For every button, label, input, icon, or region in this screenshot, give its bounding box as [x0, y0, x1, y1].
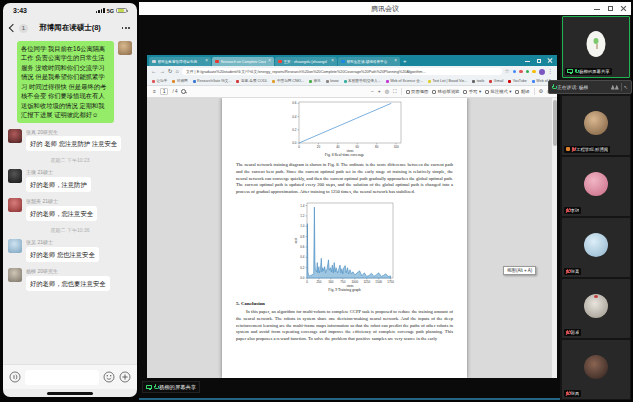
- participant-name: 李玥: [571, 208, 580, 213]
- extension-icon[interactable]: [526, 70, 530, 74]
- bookmark-item[interactable]: YouTube: [508, 79, 527, 83]
- pdf-toolbar: ≡ 1 / 4 − + ◎ ⛶ 页面视图 移动版浏览 手写▾: [147, 86, 557, 98]
- new-tab-icon[interactable]: +: [403, 57, 407, 66]
- participant-name: 郭卓: [571, 330, 580, 335]
- bookmark-item[interactable]: 百度-免费 CODL: [236, 79, 267, 83]
- browser-minimize-icon[interactable]: [525, 58, 530, 63]
- extension-icon[interactable]: [519, 70, 523, 74]
- avatar[interactable]: [8, 129, 22, 143]
- bookmark-favicon: [236, 80, 239, 83]
- tab-close-icon[interactable]: ×: [268, 59, 271, 64]
- message-input[interactable]: [25, 370, 99, 385]
- translate-tool[interactable]: 翻译: [515, 89, 529, 94]
- fullscreen-icon[interactable]: ⛶: [393, 89, 397, 94]
- page-view-tool[interactable]: 页面视图: [406, 89, 429, 94]
- voice-icon[interactable]: [9, 371, 21, 383]
- browser-tab-active[interactable]: Research on Complete Coverag ×: [212, 57, 274, 66]
- emoji-icon[interactable]: [103, 371, 115, 383]
- pdf-document-area[interactable]: 0204060801000.00.20.40.6steps Fig. 8 Rea…: [147, 98, 557, 378]
- minimize-icon[interactable]: [594, 6, 600, 12]
- extension-icon[interactable]: [513, 70, 517, 74]
- bookmark-item[interactable]: know: [326, 79, 339, 83]
- participant-tile[interactable]: 张真: [562, 218, 630, 277]
- bookmark-item[interactable]: 让知乎: [152, 79, 167, 83]
- speaking-label: 正在讲话: 杨柳: [557, 84, 588, 90]
- participant-tile[interactable]: 郭卓: [562, 279, 630, 338]
- profile-avatar[interactable]: [539, 69, 545, 75]
- speaking-indicator-bar[interactable]: 正在讲话: 杨柳 ↖: [548, 80, 632, 94]
- refresh-icon[interactable]: ↻: [168, 69, 173, 75]
- meeting-title-bar[interactable]: 腾讯会议: [139, 2, 631, 15]
- participant-name: 张真: [571, 269, 580, 274]
- bookmark-item[interactable]: ResearchGate 找文...: [193, 79, 232, 83]
- bookmark-favicon: [152, 80, 155, 83]
- home-indicator[interactable]: [47, 392, 93, 395]
- bookmark-item[interactable]: Text List | Board Vie...: [428, 79, 467, 83]
- annotate-tool[interactable]: 批注模式▾: [485, 89, 511, 94]
- close-icon[interactable]: [620, 6, 626, 12]
- participant-tile[interactable]: 张凤: [562, 340, 630, 399]
- bookmark-item[interactable]: Gmail: [489, 79, 503, 83]
- browser-maximize-icon[interactable]: [536, 58, 541, 63]
- host-badge-icon: [566, 147, 570, 151]
- back-nav-icon[interactable]: ←: [151, 69, 157, 75]
- avatar[interactable]: [8, 198, 22, 212]
- bookmark-item[interactable]: 中国知网 CNKI...: [272, 79, 303, 83]
- zoom-in-icon[interactable]: +: [378, 89, 381, 94]
- menu-kebab-icon[interactable]: ⋮: [548, 69, 554, 75]
- forward-nav-icon[interactable]: →: [160, 69, 166, 75]
- chat-message-list[interactable]: 各位同学 我目前在16公寓隔离工作 负责公寓学生的日常生活服务 没啥时间和你们交…: [3, 38, 137, 363]
- bookmark-item[interactable]: tools: [472, 79, 484, 83]
- fit-page-icon[interactable]: ◎: [385, 89, 389, 94]
- page-number-input[interactable]: 1: [160, 88, 169, 95]
- zoom-out-icon[interactable]: −: [371, 89, 374, 94]
- svg-text:0: 0: [298, 145, 300, 149]
- bookmark-item[interactable]: 可燃网: [172, 79, 187, 83]
- participant-tile[interactable]: 杨柳的屏幕共享: [562, 16, 630, 78]
- bookmark-favicon: [172, 80, 175, 83]
- screen-share-area: 研究生教育管理信息系统 × Research on Complete Cover…: [139, 15, 560, 400]
- browser-close-icon[interactable]: [547, 58, 552, 63]
- participant-name: 张凤: [571, 391, 580, 396]
- tab-close-icon[interactable]: ×: [394, 59, 397, 64]
- screen-share-icon: [567, 69, 573, 73]
- bookmark-item[interactable]: Web of Science 全...: [386, 79, 423, 83]
- participant-tile[interactable]: 工程学院-邢博闻: [562, 96, 630, 155]
- chat-message-outgoing: 各位同学 我目前在16公寓隔离工作 负责公寓学生的日常生活服务 没啥时间和你们交…: [8, 41, 132, 123]
- tab-favicon: [341, 60, 345, 64]
- mic-muted-icon: [566, 269, 569, 275]
- plus-icon[interactable]: [119, 371, 131, 383]
- handwriting-tool[interactable]: 手写▾: [463, 89, 481, 94]
- bookmark-favicon: [309, 80, 312, 83]
- tab-close-icon[interactable]: ×: [331, 59, 334, 64]
- search-icon[interactable]: [181, 89, 186, 94]
- url-input[interactable]: 文件 | E:/graduate%20student/论文/小论文/energy…: [182, 68, 502, 76]
- extension-icon[interactable]: [532, 70, 536, 74]
- bookmark-favicon: [489, 80, 492, 83]
- browser-tab[interactable]: 研究生教育管理信息系统 ×: [149, 57, 211, 66]
- participant-tile[interactable]: 李玥: [562, 157, 630, 216]
- maximize-icon[interactable]: [607, 6, 613, 12]
- bookmark-favicon: [344, 80, 347, 83]
- browser-tab[interactable]: 主页 · zhuangslu (zhuangsl ×: [275, 57, 337, 66]
- avatar[interactable]: [8, 268, 22, 282]
- bookmark-item[interactable]: 师兄: [309, 79, 321, 83]
- shared-browser-window: 研究生教育管理信息系统 × Research on Complete Cover…: [147, 55, 557, 378]
- mobile-layout-tool[interactable]: 移动版浏览: [432, 89, 459, 94]
- bookmark-star-icon[interactable]: ☆: [505, 69, 510, 75]
- settings-gear-icon[interactable]: ⚙: [539, 89, 543, 94]
- avatar[interactable]: [8, 169, 22, 183]
- browser-tab[interactable]: 研究生在读-硕博培养平台 ×: [338, 57, 400, 66]
- svg-text:1.2: 1.2: [300, 214, 305, 218]
- avatar[interactable]: [118, 41, 132, 55]
- svg-text:0.0: 0.0: [292, 141, 297, 145]
- document-scrollbar[interactable]: [552, 98, 557, 378]
- tab-close-icon[interactable]: ×: [205, 59, 208, 64]
- pdf-page: 0204060801000.00.20.40.6steps Fig. 8 Rea…: [222, 98, 467, 378]
- avatar[interactable]: [8, 239, 22, 253]
- chat-title: 邢博闻在读硕士(8): [3, 23, 137, 33]
- collapse-arrow-icon[interactable]: ↖: [624, 85, 628, 90]
- home-icon[interactable]: ⌂: [176, 69, 179, 75]
- sidebar-toggle-icon[interactable]: ≡: [153, 89, 156, 94]
- bookmark-item[interactable]: 本校图书馆|登录入...: [344, 79, 381, 83]
